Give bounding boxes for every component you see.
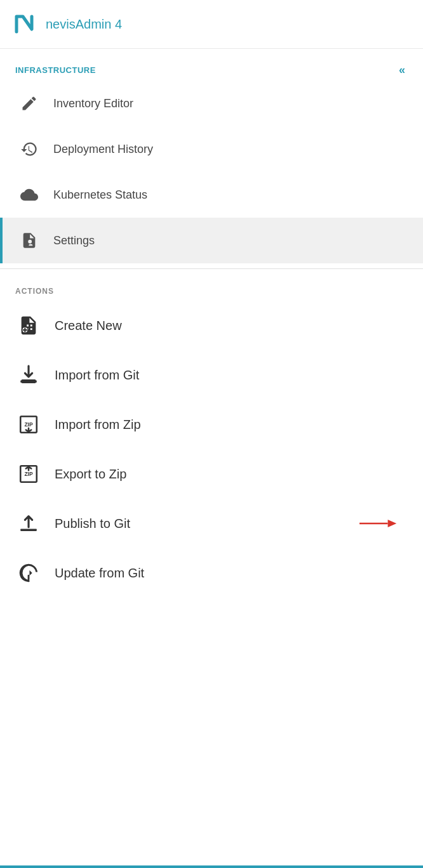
sidebar-item-deployment-history[interactable]: Deployment History (0, 126, 423, 172)
inventory-editor-label: Inventory Editor (53, 97, 133, 110)
sidebar-item-kubernetes-status[interactable]: Kubernetes Status (0, 172, 423, 218)
publish-git-icon (15, 510, 42, 537)
infrastructure-section-title: Infrastructure (15, 65, 96, 75)
import-from-git-label: Import from Git (55, 368, 139, 383)
infrastructure-section-header: Infrastructure « (0, 49, 423, 81)
deployment-history-label: Deployment History (53, 143, 153, 156)
history-icon (18, 138, 41, 161)
svg-text:ZIP: ZIP (24, 421, 33, 428)
app-logo-icon (13, 11, 38, 37)
arrow-indicator (359, 516, 398, 531)
export-zip-icon: ZIP (15, 461, 42, 487)
settings-label: Settings (53, 234, 95, 247)
svg-rect-2 (20, 381, 37, 383)
action-create-new[interactable]: Create New (0, 301, 423, 350)
svg-text:ZIP: ZIP (24, 471, 33, 477)
sidebar: Infrastructure « Inventory Editor Deploy… (0, 49, 423, 617)
sidebar-item-settings[interactable]: Settings (0, 218, 423, 263)
action-import-from-git[interactable]: Import from Git (0, 350, 423, 400)
svg-rect-7 (20, 529, 37, 532)
sidebar-item-inventory-editor[interactable]: Inventory Editor (0, 81, 423, 126)
collapse-button[interactable]: « (396, 64, 408, 76)
update-from-git-label: Update from Git (55, 566, 144, 581)
import-zip-icon: ZIP (15, 411, 42, 438)
app-header: nevisAdmin 4 (0, 0, 423, 49)
action-export-to-zip[interactable]: ZIP Export to Zip (0, 449, 423, 499)
import-git-icon (15, 362, 42, 388)
export-to-zip-label: Export to Zip (55, 467, 126, 482)
action-publish-to-git[interactable]: Publish to Git (0, 499, 423, 548)
pencil-icon (18, 92, 41, 115)
kubernetes-status-label: Kubernetes Status (53, 188, 147, 202)
action-update-from-git[interactable]: Update from Git (0, 548, 423, 598)
svg-marker-9 (388, 520, 397, 527)
actions-section-title: ACTIONS (0, 274, 423, 301)
update-git-icon (15, 560, 42, 586)
publish-to-git-label: Publish to Git (55, 516, 130, 531)
create-new-label: Create New (55, 319, 122, 333)
create-new-icon (15, 312, 42, 339)
cloud-icon (18, 183, 41, 206)
import-from-zip-label: Import from Zip (55, 418, 141, 432)
app-title: nevisAdmin 4 (46, 17, 122, 32)
settings-file-icon (18, 229, 41, 252)
action-import-from-zip[interactable]: ZIP Import from Zip (0, 400, 423, 449)
bottom-border-accent (0, 865, 423, 868)
section-divider (0, 268, 423, 269)
